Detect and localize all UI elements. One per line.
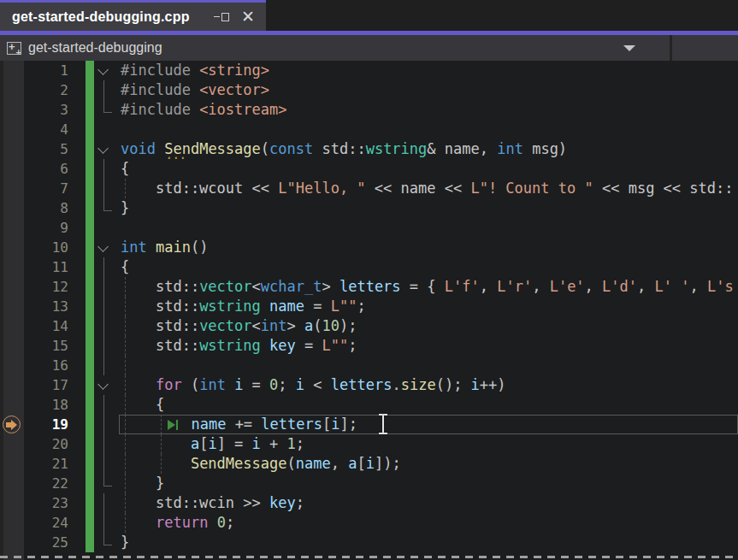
line-glyph-margin[interactable] [0,218,24,238]
code-text[interactable]: return 0; [121,513,738,533]
line-glyph-margin[interactable] [0,513,24,533]
line-glyph-margin[interactable] [0,257,24,277]
line-number: 1 [24,61,86,80]
collapse-chevron-icon[interactable] [97,379,109,390]
code-line: 19 name += letters[i]; [0,415,738,434]
code-text[interactable]: std::wstring name = L""; [121,297,738,316]
run-to-cursor-icon[interactable] [164,419,182,431]
code-token: i [234,376,243,393]
outlining-margin [94,120,121,139]
code-token: ; [348,337,357,354]
collapse-chevron-icon[interactable] [97,143,109,154]
change-tracking-bar [86,474,94,493]
tab-get-started-debugging[interactable]: get-started-debugging.cpp ✕ [0,0,266,31]
line-glyph-margin[interactable] [0,159,24,179]
line-glyph-margin[interactable] [0,434,24,454]
line-glyph-margin[interactable] [0,474,24,493]
change-tracking-bar [86,336,94,356]
code-token: vector [199,317,251,334]
outlining-margin [94,415,121,434]
line-glyph-margin[interactable] [0,139,24,159]
code-text[interactable]: } [121,533,738,552]
line-number: 3 [24,100,86,120]
code-text[interactable]: #include <string> [121,61,738,80]
code-text[interactable]: { [121,395,738,415]
collapse-chevron-icon[interactable] [97,64,109,75]
code-token: 10 [322,317,339,334]
line-glyph-margin[interactable] [0,375,24,395]
code-token: ; [278,376,295,393]
navigation-bar[interactable]: get-started-debugging [0,35,738,61]
line-number: 22 [24,474,86,493]
change-tracking-bar [86,434,94,454]
code-token: 0 [269,376,278,393]
line-glyph-margin[interactable] [0,415,24,434]
code-text[interactable]: std::wcin >> key; [121,493,738,513]
line-glyph-margin[interactable] [0,179,24,198]
code-text[interactable]: std::vector<int> a(10); [121,316,738,336]
line-glyph-margin[interactable] [0,336,24,356]
outlining-margin [94,297,121,316]
code-text[interactable]: } [121,198,738,218]
code-text[interactable]: { [121,159,738,179]
outlining-margin[interactable] [94,139,121,159]
collapse-chevron-icon[interactable] [97,241,109,252]
line-glyph-margin[interactable] [0,277,24,297]
code-token: < [252,278,261,295]
line-glyph-margin[interactable] [0,533,24,552]
indent-guide [125,316,126,336]
code-text[interactable]: } [121,474,738,493]
code-text[interactable] [121,120,738,139]
code-text[interactable]: #include <vector> [121,80,738,100]
code-editor[interactable]: 1#include <string>2#include <vector>3#in… [0,61,738,560]
code-text[interactable]: name += letters[i]; [121,415,738,434]
line-glyph-margin[interactable] [0,356,24,375]
code-text[interactable]: std::vector<wchar_t> letters = { L'f', L… [121,277,738,297]
line-glyph-margin[interactable] [0,395,24,415]
code-token [147,239,156,256]
line-glyph-margin[interactable] [0,120,24,139]
code-token: i [471,376,480,393]
indent-guide [125,454,126,474]
code-text[interactable]: int main() [121,238,738,257]
code-text[interactable]: #include <iostream> [121,100,738,120]
outlining-margin[interactable] [94,238,121,257]
code-token: = [243,376,269,393]
line-glyph-margin[interactable] [0,238,24,257]
line-number: 4 [24,120,86,139]
code-text[interactable]: std::wcout << L"Hello, " << name << L"! … [121,179,738,198]
line-glyph-margin[interactable] [0,316,24,336]
code-text[interactable]: void SendMessage(const std::wstring& nam… [121,139,738,159]
outlining-margin [94,179,121,198]
line-glyph-margin[interactable] [0,100,24,120]
outlining-margin[interactable] [94,61,121,80]
line-number: 24 [24,513,86,533]
pin-tab-icon[interactable] [213,8,232,27]
code-token: { [121,160,129,177]
code-line: 10int main() [0,238,738,257]
code-text[interactable]: std::wstring key = L""; [121,336,738,356]
line-glyph-margin[interactable] [0,61,24,80]
close-tab-icon[interactable]: ✕ [239,8,257,27]
outlining-margin[interactable] [94,375,121,395]
code-text[interactable] [121,356,738,375]
line-glyph-margin[interactable] [0,297,24,316]
line-glyph-margin[interactable] [0,454,24,474]
chevron-down-icon[interactable] [623,45,635,51]
code-text[interactable]: for (int i = 0; i < letters.size(); i++) [121,375,738,395]
code-text[interactable]: SendMessage(name, a[i]); [121,454,738,474]
line-glyph-margin[interactable] [0,493,24,513]
code-text[interactable]: { [121,257,738,277]
outlining-margin [94,513,121,533]
change-tracking-bar [86,513,94,533]
code-text[interactable] [121,218,738,238]
code-text[interactable]: a[i] = i + 1; [121,434,738,454]
line-glyph-margin[interactable] [0,198,24,218]
line-glyph-margin[interactable] [0,80,24,100]
code-line: 4 [0,120,738,139]
code-token: L'r' [497,278,532,295]
code-token: } [121,475,164,492]
code-token: < [304,376,331,393]
change-tracking-bar [86,415,94,434]
indent-guide [125,336,126,356]
